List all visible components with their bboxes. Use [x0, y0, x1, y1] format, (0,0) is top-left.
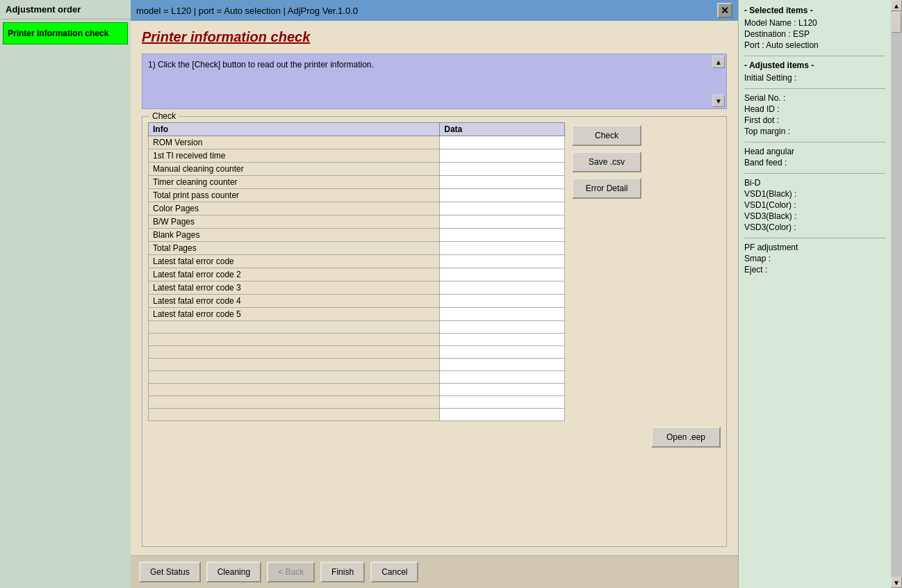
serial-no: Serial No. : [744, 93, 885, 103]
info-box: 1) Click the [Check] button to read out … [142, 54, 727, 109]
table-row: Latest fatal error code 5 [149, 308, 565, 321]
data-cell [440, 371, 565, 384]
info-cell: 1st TI received time [149, 149, 440, 163]
table-buttons: Check Save .csv Error Detail [572, 122, 641, 421]
data-cell [440, 295, 565, 308]
head-id: Head ID : [744, 104, 885, 114]
scroll-track [891, 11, 902, 577]
data-cell [440, 242, 565, 255]
first-dot: First dot : [744, 115, 885, 125]
selected-items-header: - Selected items - [744, 6, 885, 15]
info-scroll-up-button[interactable]: ▲ [712, 56, 725, 68]
port: Port : Auto selection [744, 40, 885, 50]
table-row: Latest fatal error code [149, 255, 565, 268]
info-cell: Latest fatal error code 5 [149, 308, 440, 321]
info-cell: Latest fatal error code 3 [149, 281, 440, 295]
info-cell [149, 321, 440, 334]
destination: Destination : ESP [744, 29, 885, 39]
info-cell [149, 409, 440, 421]
data-cell [440, 334, 565, 346]
table-container: Info Data ROM Version1st TI received tim… [148, 122, 721, 421]
data-cell [440, 396, 565, 409]
table-row: Blank Pages [149, 229, 565, 242]
data-cell [440, 409, 565, 421]
table-row: Color Pages [149, 202, 565, 215]
info-cell: Latest fatal error code 2 [149, 268, 440, 281]
table-row [149, 396, 565, 409]
titlebar: model = L120 | port = Auto selection | A… [131, 0, 738, 21]
sidebar-item-printer[interactable]: Printer information check [3, 22, 128, 44]
table-row [149, 371, 565, 384]
data-cell [440, 281, 565, 295]
info-cell: B/W Pages [149, 215, 440, 229]
info-text: 1) Click the [Check] button to read out … [148, 60, 374, 70]
data-cell [440, 136, 565, 149]
top-margin: Top margin : [744, 126, 885, 136]
table-row: Total print pass counter [149, 189, 565, 202]
pf-adjustment: PF adjustment [744, 243, 885, 252]
back-button[interactable]: < Back [267, 562, 315, 582]
band-feed: Band feed : [744, 158, 885, 168]
cancel-button[interactable]: Cancel [370, 562, 418, 582]
vsd3-color: VSD3(Color) : [744, 222, 885, 232]
scroll-up-arrow[interactable]: ▲ [891, 0, 902, 11]
smap: Smap : [744, 254, 885, 263]
content-area: Printer information check 1) Click the [… [131, 21, 738, 555]
right-scrollbar: ▲ ▼ [891, 0, 902, 588]
vsd1-color: VSD1(Color) : [744, 200, 885, 210]
table-row: Manual cleaning counter [149, 163, 565, 176]
table-body: ROM Version1st TI received timeManual cl… [149, 136, 565, 421]
divider-3 [744, 142, 885, 142]
cleaning-button[interactable]: Cleaning [206, 562, 261, 582]
table-row [149, 384, 565, 396]
info-cell: Latest fatal error code 4 [149, 295, 440, 308]
check-button[interactable]: Check [572, 125, 641, 146]
error-detail-button[interactable]: Error Detail [572, 178, 641, 199]
col-info-header: Info [149, 123, 440, 136]
data-cell [440, 384, 565, 396]
get-status-button[interactable]: Get Status [139, 562, 201, 582]
initial-setting: Initial Setting : [744, 73, 885, 83]
head-angular: Head angular [744, 147, 885, 156]
data-cell [440, 215, 565, 229]
close-button[interactable]: ✕ [717, 3, 732, 18]
info-cell [149, 346, 440, 359]
save-csv-button[interactable]: Save .csv [572, 152, 641, 172]
table-row [149, 334, 565, 346]
finish-button[interactable]: Finish [320, 562, 365, 582]
info-cell: Manual cleaning counter [149, 163, 440, 176]
table-row: Latest fatal error code 2 [149, 268, 565, 281]
divider-4 [744, 173, 885, 174]
titlebar-text: model = L120 | port = Auto selection | A… [136, 6, 358, 16]
vsd1-black: VSD1(Black) : [744, 189, 885, 199]
vsd3-black: VSD3(Black) : [744, 211, 885, 221]
main-area: model = L120 | port = Auto selection | A… [131, 0, 738, 588]
page-title: Printer information check [142, 29, 727, 45]
table-row: ROM Version [149, 136, 565, 149]
table-row [149, 409, 565, 421]
info-table: Info Data ROM Version1st TI received tim… [148, 122, 565, 421]
info-cell: Total Pages [149, 242, 440, 255]
info-cell [149, 371, 440, 384]
check-section: Check Info Data ROM Version1st TI receiv… [142, 116, 727, 547]
model-name: Model Name : L120 [744, 18, 885, 28]
data-cell [440, 359, 565, 371]
scroll-down-arrow[interactable]: ▼ [891, 577, 902, 588]
info-scroll-down-button[interactable]: ▼ [712, 95, 725, 107]
table-row [149, 346, 565, 359]
data-cell [440, 229, 565, 242]
table-row: Latest fatal error code 3 [149, 281, 565, 295]
table-row: Latest fatal error code 4 [149, 295, 565, 308]
data-cell [440, 268, 565, 281]
divider-5 [744, 238, 885, 238]
info-cell: Blank Pages [149, 229, 440, 242]
data-cell [440, 202, 565, 215]
data-cell [440, 346, 565, 359]
eject: Eject : [744, 265, 885, 275]
data-cell [440, 255, 565, 268]
scroll-thumb[interactable] [892, 12, 901, 33]
col-data-header: Data [440, 123, 565, 136]
bottom-bar: Get Status Cleaning < Back Finish Cancel [131, 555, 738, 588]
divider-1 [744, 56, 885, 56]
open-eep-button[interactable]: Open .eep [651, 427, 721, 448]
